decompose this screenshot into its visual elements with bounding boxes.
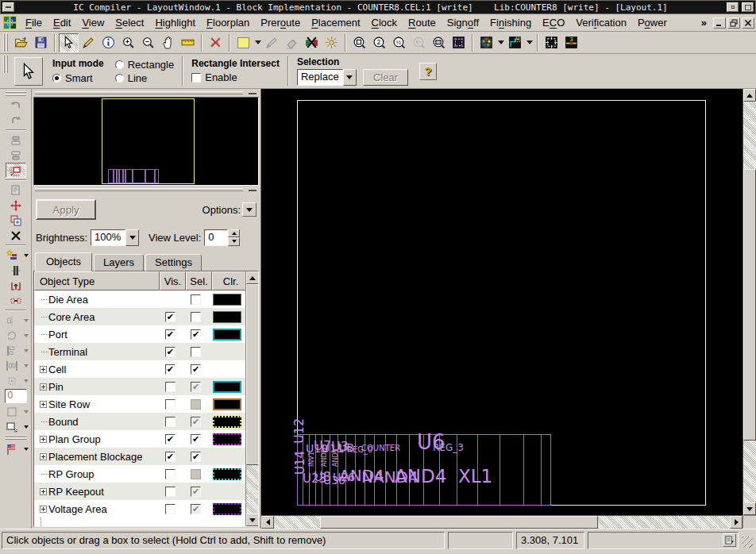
zoom-half-button[interactable]: ½ (389, 33, 409, 52)
visibility-checkbox[interactable]: ✔ (165, 329, 176, 340)
color-view-options-button[interactable] (476, 33, 496, 52)
collapse-handle-icon[interactable] (249, 93, 256, 94)
selectability-checkbox[interactable] (191, 399, 201, 410)
properties-button[interactable] (6, 183, 26, 198)
scrollbar-track[interactable] (246, 465, 258, 514)
distribute-button[interactable] (2, 358, 22, 373)
canvas-horizontal-scrollbar[interactable] (261, 515, 742, 529)
flag-button-dropdown[interactable] (22, 442, 30, 456)
table-row-rp-keepout[interactable]: RP Keepout✔ (34, 483, 245, 500)
attach-button-dropdown[interactable] (22, 248, 30, 263)
column-header-vis[interactable]: Vis. (160, 271, 186, 290)
table-row-bound[interactable]: Bound✔ (34, 413, 245, 430)
color-swatch[interactable] (213, 294, 241, 306)
color-swatch[interactable] (213, 311, 241, 323)
color-swatch[interactable] (213, 503, 241, 515)
distribute-button-dropdown[interactable] (22, 359, 30, 373)
menu-highlight[interactable]: Highlight (149, 15, 201, 30)
color-swatch[interactable] (213, 381, 241, 393)
menu-signoff[interactable]: Signoff (442, 15, 484, 30)
view-level-spinner[interactable]: 0 (204, 229, 240, 246)
modebar-grip[interactable] (3, 56, 10, 73)
menu-floorplan[interactable]: Floorplan (201, 15, 255, 30)
table-row-die-area[interactable]: Die Area (34, 290, 245, 308)
color-swatch[interactable] (213, 329, 241, 340)
shape-button[interactable] (2, 404, 22, 419)
flag-button[interactable] (2, 441, 22, 456)
menu-placement[interactable]: Placement (306, 15, 365, 30)
menu-route[interactable]: Route (403, 15, 442, 30)
mdi-close-button[interactable] (742, 17, 754, 29)
query-tool-button[interactable] (98, 33, 118, 52)
expand-icon[interactable] (40, 453, 47, 460)
expand-icon[interactable] (40, 366, 47, 373)
menu-overflow-indicator[interactable]: » (696, 17, 712, 29)
table-row-port[interactable]: Port✔✔ (34, 325, 245, 343)
undo-button[interactable] (6, 98, 26, 113)
rotate-button-dropdown[interactable] (22, 329, 30, 343)
route-view-options-button-dropdown[interactable] (525, 33, 534, 52)
shape-button-dropdown[interactable] (22, 405, 30, 419)
table-row-placement-blockage[interactable]: Placement Blockage✔✔ (34, 448, 245, 465)
rect-intersect-enable[interactable]: Enable (191, 71, 280, 83)
snap-button[interactable] (2, 373, 22, 388)
selection-options-button[interactable] (542, 33, 561, 52)
table-row-core-area[interactable]: Core Area✔ (34, 308, 245, 325)
color-swatch[interactable] (213, 433, 241, 445)
menu-preroute[interactable]: Preroute (255, 15, 306, 30)
net-options-button[interactable]: 3 (561, 33, 581, 52)
help-button[interactable]: ? (419, 63, 437, 80)
delete-object-button[interactable] (6, 228, 26, 243)
zoom-selection-button[interactable] (349, 33, 369, 52)
select-mode-button[interactable] (14, 57, 43, 86)
tab-objects[interactable]: Objects (35, 252, 92, 271)
open-button[interactable] (11, 33, 31, 52)
toolbar-grip[interactable] (6, 435, 26, 441)
toolbar-grip[interactable] (3, 34, 10, 52)
table-row-terminal[interactable]: Terminal✔ (34, 343, 245, 360)
visibility-checkbox[interactable] (165, 504, 176, 514)
flip-button[interactable] (2, 313, 22, 328)
status-list-button[interactable] (723, 533, 736, 547)
tab-layers[interactable]: Layers (94, 254, 144, 271)
apply-button[interactable]: Apply (36, 199, 96, 220)
scroll-up-button[interactable] (743, 89, 756, 102)
selectability-checkbox[interactable] (191, 347, 201, 357)
window-menu-button[interactable] (2, 2, 14, 12)
table-row-cell[interactable]: Cell✔✔ (34, 360, 245, 378)
input-mode-line[interactable]: Line (115, 72, 175, 84)
polygon-button[interactable] (2, 419, 22, 434)
expand-icon[interactable] (40, 401, 47, 408)
move-object-button[interactable] (6, 198, 26, 213)
pop-hierarchy-button[interactable] (6, 148, 26, 163)
expand-icon[interactable] (40, 488, 47, 495)
dim-button[interactable] (322, 33, 341, 52)
tab-settings[interactable]: Settings (145, 254, 202, 271)
ruler-tool-button[interactable] (178, 33, 198, 52)
flightline-toggle-button[interactable] (206, 33, 226, 52)
zoom-fit-button[interactable] (429, 33, 449, 52)
highlight-draw-button[interactable] (262, 33, 282, 52)
split-button[interactable] (6, 263, 26, 278)
align-button[interactable] (2, 343, 22, 358)
clear-selection-button[interactable]: Clear (363, 69, 408, 86)
overview-map[interactable] (33, 97, 259, 186)
selection-mode-combo[interactable]: Replace (297, 69, 357, 86)
mdi-restore-button[interactable] (727, 17, 740, 29)
edit-tool-button[interactable] (79, 33, 98, 52)
redo-button[interactable] (6, 113, 26, 128)
visibility-checkbox[interactable] (165, 487, 176, 497)
column-header-objecttype[interactable]: Object Type (34, 271, 160, 290)
scrollbar-track[interactable] (598, 516, 730, 529)
spacing-field[interactable]: 0 (5, 389, 27, 403)
rotate-button[interactable] (2, 328, 22, 343)
scroll-down-button[interactable] (743, 502, 756, 515)
menu-clock[interactable]: Clock (366, 15, 403, 30)
selectability-checkbox[interactable]: ✔ (191, 329, 201, 340)
combo-arrow-button[interactable] (125, 229, 139, 246)
input-mode-smart[interactable]: Smart (52, 72, 104, 84)
expand-icon[interactable] (40, 506, 47, 513)
highlight-color-button[interactable] (233, 33, 253, 52)
scroll-up-button[interactable] (246, 271, 259, 284)
column-header-sel[interactable]: Sel. (186, 271, 212, 290)
